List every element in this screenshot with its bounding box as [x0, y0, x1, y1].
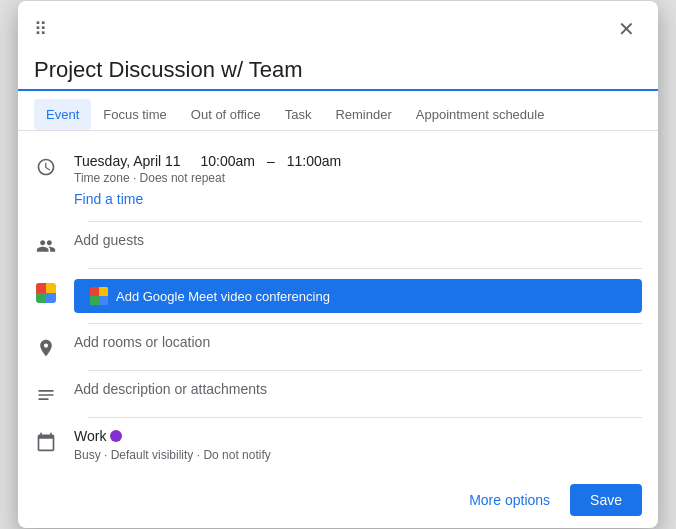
description-row: Add description or attachments	[34, 371, 642, 417]
description-content: Add description or attachments	[74, 381, 642, 397]
people-icon	[34, 234, 58, 258]
event-title-input[interactable]	[18, 49, 658, 91]
close-button[interactable]: ✕	[610, 13, 642, 45]
datetime-row: Tuesday, April 11 10:00am – 11:00am Time…	[34, 143, 642, 221]
calendar-row: Work Busy · Default visibility · Do not …	[34, 418, 642, 472]
tab-appointment-schedule[interactable]: Appointment schedule	[404, 99, 557, 130]
meet-logo-icon	[90, 287, 108, 305]
event-time-end[interactable]: 11:00am	[287, 153, 341, 169]
repeat-link[interactable]: Does not repeat	[140, 171, 225, 185]
form-body: Tuesday, April 11 10:00am – 11:00am Time…	[18, 131, 658, 472]
location-icon	[34, 336, 58, 360]
meet-btn-label: Add Google Meet video conferencing	[116, 289, 330, 304]
description-icon	[34, 383, 58, 407]
timezone-repeat: Time zone · Does not repeat	[74, 171, 642, 185]
timezone-link[interactable]: Time zone	[74, 171, 130, 185]
drag-icon: ⠿	[34, 18, 47, 40]
tab-out-of-office[interactable]: Out of office	[179, 99, 273, 130]
add-guests-field[interactable]: Add guests	[74, 232, 642, 248]
event-date[interactable]: Tuesday, April 11	[74, 153, 181, 169]
calendar-icon	[34, 430, 58, 454]
dialog-footer: More options Save	[18, 472, 658, 528]
calendar-name: Work	[74, 428, 106, 444]
dialog-header: ⠿ ✕	[18, 1, 658, 45]
add-guests-content: Add guests	[74, 232, 642, 248]
tab-reminder[interactable]: Reminder	[323, 99, 403, 130]
save-button[interactable]: Save	[570, 484, 642, 516]
location-content: Add rooms or location	[74, 334, 642, 350]
calendar-content: Work Busy · Default visibility · Do not …	[74, 428, 642, 462]
location-row: Add rooms or location	[34, 324, 642, 370]
event-dialog: ⠿ ✕ Event Focus time Out of office Task …	[18, 1, 658, 528]
time-dash: –	[267, 153, 275, 169]
datetime-content: Tuesday, April 11 10:00am – 11:00am Time…	[74, 153, 642, 211]
calendar-sub-text: Busy · Default visibility · Do not notif…	[74, 448, 642, 462]
calendar-color-dot	[110, 430, 122, 442]
meet-video-icon	[34, 281, 58, 305]
meet-row: Add Google Meet video conferencing	[34, 269, 642, 323]
add-meet-button[interactable]: Add Google Meet video conferencing	[74, 279, 642, 313]
calendar-name-display[interactable]: Work	[74, 428, 642, 444]
add-guests-row: Add guests	[34, 222, 642, 268]
clock-icon	[34, 155, 58, 179]
tab-task[interactable]: Task	[273, 99, 324, 130]
event-time-start[interactable]: 10:00am	[201, 153, 255, 169]
find-time-link[interactable]: Find a time	[74, 187, 642, 211]
date-time-display: Tuesday, April 11 10:00am – 11:00am	[74, 153, 642, 169]
add-location-field[interactable]: Add rooms or location	[74, 334, 642, 350]
meet-content: Add Google Meet video conferencing	[74, 279, 642, 313]
separator: ·	[133, 171, 140, 185]
more-options-button[interactable]: More options	[457, 484, 562, 516]
tab-focus-time[interactable]: Focus time	[91, 99, 179, 130]
tab-event[interactable]: Event	[34, 99, 91, 130]
tabs-row: Event Focus time Out of office Task Remi…	[18, 91, 658, 131]
add-description-field[interactable]: Add description or attachments	[74, 381, 642, 397]
